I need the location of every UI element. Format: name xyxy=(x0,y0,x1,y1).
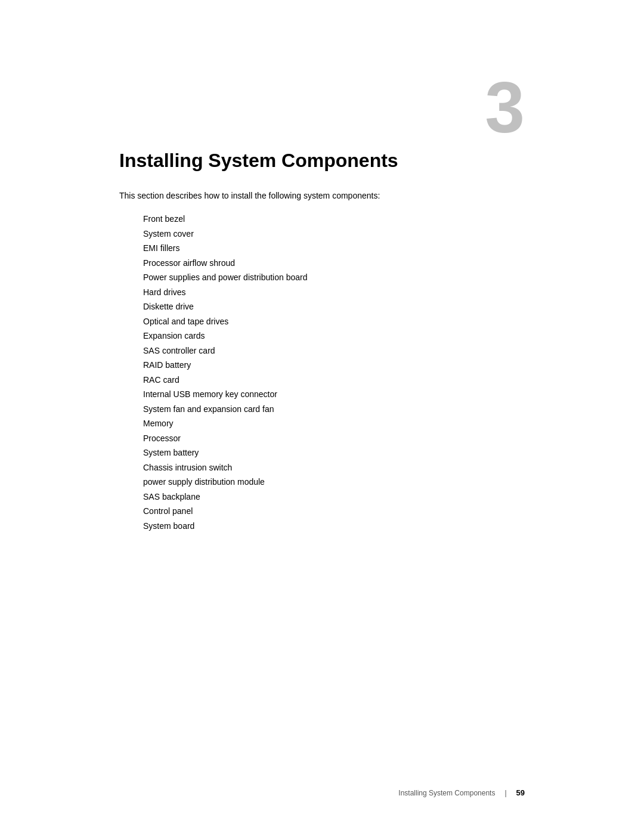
list-item: Expansion cards xyxy=(143,329,525,343)
list-item: SAS controller card xyxy=(143,343,525,358)
list-item: Chassis intrusion switch xyxy=(143,460,525,475)
footer-page-number: 59 xyxy=(516,788,525,797)
chapter-title: Installing System Components xyxy=(119,149,525,172)
list-item: System board xyxy=(143,519,525,534)
list-item: Optical and tape drives xyxy=(143,314,525,329)
intro-text: This section describes how to install th… xyxy=(119,190,525,202)
list-item: RAC card xyxy=(143,373,525,388)
list-item: System battery xyxy=(143,445,525,460)
content-area: 3 Installing System Components This sect… xyxy=(0,0,644,581)
list-item: Processor airflow shroud xyxy=(143,256,525,271)
list-item: Hard drives xyxy=(143,285,525,300)
component-list: Front bezelSystem coverEMI fillersProces… xyxy=(119,212,525,533)
list-item: System fan and expansion card fan xyxy=(143,402,525,417)
list-item: Power supplies and power distribution bo… xyxy=(143,270,525,285)
list-item: Front bezel xyxy=(143,212,525,227)
list-item: Processor xyxy=(143,431,525,446)
footer-section-label: Installing System Components xyxy=(398,789,495,797)
list-item: Control panel xyxy=(143,504,525,519)
list-item: Diskette drive xyxy=(143,299,525,314)
list-item: RAID battery xyxy=(143,358,525,373)
list-item: System cover xyxy=(143,227,525,241)
footer-separator: | xyxy=(504,789,506,797)
list-item: Memory xyxy=(143,416,525,431)
chapter-number: 3 xyxy=(119,72,525,143)
page: 3 Installing System Components This sect… xyxy=(0,0,644,833)
page-footer: Installing System Components | 59 xyxy=(0,788,644,797)
list-item: power supply distribution module xyxy=(143,475,525,490)
list-item: Internal USB memory key connector xyxy=(143,387,525,402)
list-item: EMI fillers xyxy=(143,241,525,256)
list-item: SAS backplane xyxy=(143,490,525,504)
footer-content: Installing System Components | 59 xyxy=(398,788,525,797)
